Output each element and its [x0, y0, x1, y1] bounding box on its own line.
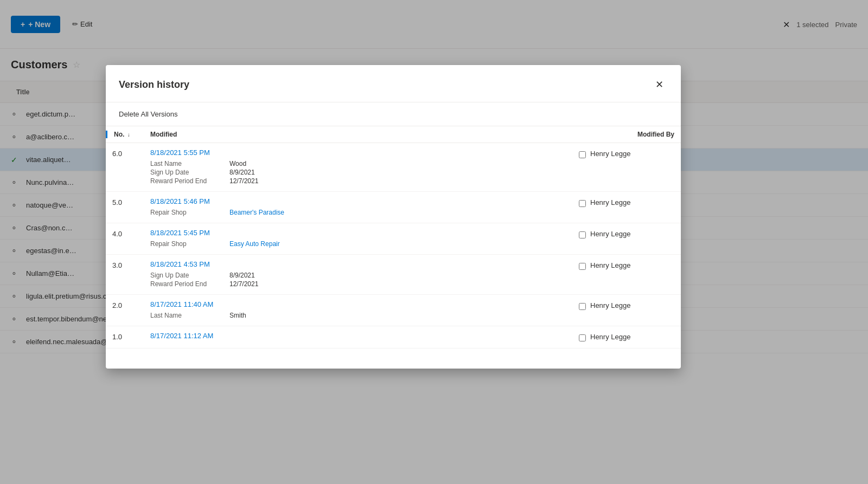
modified-column-header: Modified: [144, 131, 572, 138]
repair-shop-link[interactable]: Beamer's Paradise: [229, 209, 284, 216]
version-content: 8/18/2021 4:53 PM Sign Up Date 8/9/2021 …: [144, 260, 572, 289]
change-field: Sign Up Date: [150, 169, 221, 176]
change-row: Sign Up Date 8/9/2021: [150, 272, 566, 279]
modified-by-column-header: Modified By: [572, 131, 681, 138]
version-number: 5.0: [106, 197, 144, 208]
version-content: 8/18/2021 5:46 PM Repair Shop Beamer's P…: [144, 197, 572, 217]
version-date[interactable]: 8/18/2021 5:46 PM: [150, 197, 566, 205]
change-value: 8/9/2021: [229, 169, 255, 176]
version-checkbox[interactable]: [579, 334, 586, 341]
change-value: Smith: [229, 312, 246, 319]
version-content: 8/18/2021 5:55 PM Last Name Wood Sign Up…: [144, 149, 572, 186]
modified-by-name: Henry Legge: [590, 150, 630, 158]
modified-by-name: Henry Legge: [590, 261, 630, 269]
version-row-main: 4.0 8/18/2021 5:45 PM Repair Shop Easy A…: [106, 223, 681, 254]
version-row-6: 6.0 8/18/2021 5:55 PM Last Name Wood Sig…: [106, 143, 681, 192]
change-row: Last Name Smith: [150, 312, 566, 319]
version-row-4: 4.0 8/18/2021 5:45 PM Repair Shop Easy A…: [106, 223, 681, 255]
change-field: Sign Up Date: [150, 272, 221, 279]
version-checkbox[interactable]: [579, 200, 586, 207]
modal-title: Version history: [119, 79, 189, 91]
version-changes: Repair Shop Beamer's Paradise: [150, 209, 566, 216]
version-changes: Sign Up Date 8/9/2021 Reward Period End …: [150, 272, 566, 288]
change-row: Reward Period End 12/7/2021: [150, 177, 566, 185]
modal-toolbar: Delete All Versions: [106, 102, 681, 126]
version-row-5: 5.0 8/18/2021 5:46 PM Repair Shop Beamer…: [106, 192, 681, 223]
version-content: 8/17/2021 11:12 AM: [144, 332, 572, 340]
version-date[interactable]: 8/18/2021 5:45 PM: [150, 229, 566, 237]
version-row-main: 2.0 8/17/2021 11:40 AM Last Name Smith H…: [106, 295, 681, 326]
version-row-main: 1.0 8/17/2021 11:12 AM Henry Legge: [106, 326, 681, 348]
version-modified-by: Henry Legge: [572, 260, 681, 271]
version-history-modal: Version history ✕ Delete All Versions No…: [106, 65, 681, 369]
delete-all-versions-button[interactable]: Delete All Versions: [119, 108, 177, 120]
version-modified-by: Henry Legge: [572, 229, 681, 240]
change-value: 8/9/2021: [229, 272, 255, 279]
version-table[interactable]: No. ↓ Modified Modified By 6.0 8/18/2021…: [106, 126, 681, 369]
version-changes: Last Name Wood Sign Up Date 8/9/2021 Rew…: [150, 160, 566, 185]
version-row-2: 2.0 8/17/2021 11:40 AM Last Name Smith H…: [106, 295, 681, 326]
version-checkbox[interactable]: [579, 263, 586, 270]
version-modified-by: Henry Legge: [572, 332, 681, 343]
version-changes: Repair Shop Easy Auto Repair: [150, 240, 566, 248]
change-row: Last Name Wood: [150, 160, 566, 167]
change-row: Repair Shop Beamer's Paradise: [150, 209, 566, 216]
version-checkbox[interactable]: [579, 303, 586, 310]
version-row-3: 3.0 8/18/2021 4:53 PM Sign Up Date 8/9/2…: [106, 255, 681, 295]
change-field: Last Name: [150, 160, 221, 167]
version-number: 2.0: [106, 300, 144, 311]
modified-by-name: Henry Legge: [590, 333, 630, 341]
version-number: 6.0: [106, 149, 144, 159]
version-table-header: No. ↓ Modified Modified By: [106, 126, 681, 143]
version-modified-by: Henry Legge: [572, 300, 681, 311]
sort-down-icon: ↓: [127, 132, 130, 138]
version-number: 3.0: [106, 260, 144, 270]
change-row: Sign Up Date 8/9/2021: [150, 169, 566, 176]
change-field: Repair Shop: [150, 240, 221, 248]
version-checkbox[interactable]: [579, 151, 586, 158]
change-field: Last Name: [150, 312, 221, 319]
modified-by-name: Henry Legge: [590, 230, 630, 238]
modal-header: Version history ✕: [106, 65, 681, 102]
version-changes: Last Name Smith: [150, 312, 566, 319]
change-row: Repair Shop Easy Auto Repair: [150, 240, 566, 248]
change-value: Easy Auto Repair: [229, 240, 280, 248]
version-row-main: 3.0 8/18/2021 4:53 PM Sign Up Date 8/9/2…: [106, 255, 681, 294]
version-modified-by: Henry Legge: [572, 149, 681, 159]
change-row: Reward Period End 12/7/2021: [150, 280, 566, 288]
change-field: Reward Period End: [150, 280, 221, 288]
change-field: Reward Period End: [150, 177, 221, 185]
modified-by-name: Henry Legge: [590, 301, 630, 309]
version-number: 4.0: [106, 229, 144, 239]
version-date[interactable]: 8/18/2021 5:55 PM: [150, 149, 566, 157]
version-row-main: 6.0 8/18/2021 5:55 PM Last Name Wood Sig…: [106, 143, 681, 191]
change-value: Wood: [229, 160, 246, 167]
change-value: Beamer's Paradise: [229, 209, 284, 216]
change-field: Repair Shop: [150, 209, 221, 216]
repair-shop-link[interactable]: Easy Auto Repair: [229, 240, 280, 248]
version-content: 8/17/2021 11:40 AM Last Name Smith: [144, 300, 572, 320]
version-number: 1.0: [106, 332, 144, 342]
modified-by-name: Henry Legge: [590, 198, 630, 206]
no-column-header: No. ↓: [106, 131, 144, 138]
version-date[interactable]: 8/17/2021 11:40 AM: [150, 300, 566, 308]
change-value: 12/7/2021: [229, 280, 258, 288]
modal-body: No. ↓ Modified Modified By 6.0 8/18/2021…: [106, 126, 681, 369]
version-date[interactable]: 8/18/2021 4:53 PM: [150, 260, 566, 268]
version-content: 8/18/2021 5:45 PM Repair Shop Easy Auto …: [144, 229, 572, 249]
version-modified-by: Henry Legge: [572, 197, 681, 208]
modal-close-button[interactable]: ✕: [650, 76, 668, 93]
version-row-1: 1.0 8/17/2021 11:12 AM Henry Legge: [106, 326, 681, 349]
version-checkbox[interactable]: [579, 231, 586, 238]
version-row-main: 5.0 8/18/2021 5:46 PM Repair Shop Beamer…: [106, 192, 681, 223]
version-date[interactable]: 8/17/2021 11:12 AM: [150, 332, 566, 340]
change-value: 12/7/2021: [229, 177, 258, 185]
